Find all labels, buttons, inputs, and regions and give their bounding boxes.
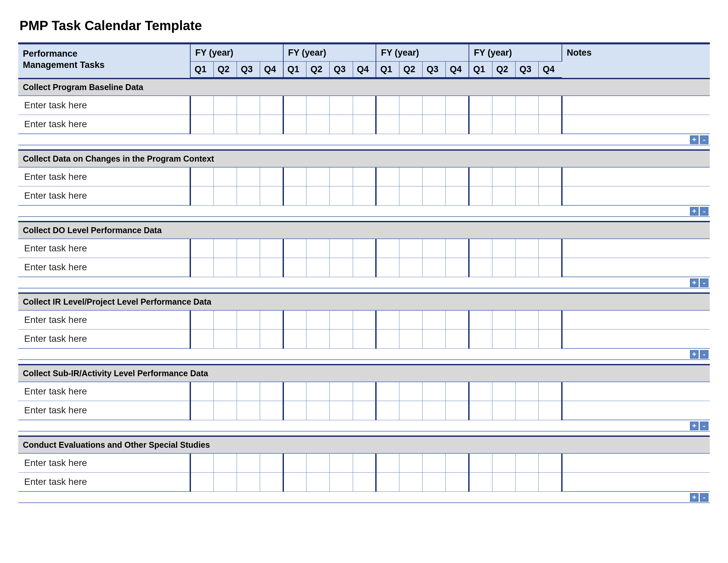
quarter-cell[interactable] (376, 186, 399, 206)
quarter-cell[interactable] (399, 239, 422, 258)
quarter-cell[interactable] (446, 96, 469, 115)
quarter-cell[interactable] (492, 330, 515, 349)
quarter-cell[interactable] (423, 96, 446, 115)
quarter-cell[interactable] (330, 330, 353, 349)
notes-cell[interactable] (562, 186, 710, 206)
quarter-cell[interactable] (423, 239, 446, 258)
quarter-cell[interactable] (376, 167, 399, 186)
quarter-cell[interactable] (515, 239, 538, 258)
quarter-cell[interactable] (538, 96, 562, 115)
quarter-cell[interactable] (330, 115, 353, 134)
quarter-cell[interactable] (538, 382, 562, 401)
quarter-cell[interactable] (538, 330, 562, 349)
quarter-cell[interactable] (283, 382, 306, 401)
quarter-cell[interactable] (376, 239, 399, 258)
quarter-cell[interactable] (260, 330, 283, 349)
quarter-cell[interactable] (399, 330, 422, 349)
quarter-cell[interactable] (469, 330, 492, 349)
quarter-cell[interactable] (237, 115, 260, 134)
quarter-cell[interactable] (283, 454, 306, 473)
quarter-cell[interactable] (376, 96, 399, 115)
quarter-cell[interactable] (423, 382, 446, 401)
quarter-cell[interactable] (399, 382, 422, 401)
quarter-cell[interactable] (399, 473, 422, 492)
quarter-cell[interactable] (492, 401, 515, 420)
quarter-cell[interactable] (190, 115, 213, 134)
quarter-cell[interactable] (423, 186, 446, 206)
quarter-cell[interactable] (353, 239, 376, 258)
quarter-cell[interactable] (538, 115, 562, 134)
quarter-cell[interactable] (213, 382, 237, 401)
quarter-cell[interactable] (306, 167, 330, 186)
quarter-cell[interactable] (399, 186, 422, 206)
quarter-cell[interactable] (446, 330, 469, 349)
quarter-cell[interactable] (492, 454, 515, 473)
quarter-cell[interactable] (515, 186, 538, 206)
quarter-cell[interactable] (469, 186, 492, 206)
quarter-cell[interactable] (190, 239, 213, 258)
quarter-cell[interactable] (260, 454, 283, 473)
quarter-cell[interactable] (538, 186, 562, 206)
quarter-cell[interactable] (330, 382, 353, 401)
quarter-cell[interactable] (399, 167, 422, 186)
quarter-cell[interactable] (190, 311, 213, 330)
quarter-cell[interactable] (399, 401, 422, 420)
quarter-cell[interactable] (283, 311, 306, 330)
add-row-button[interactable]: + (690, 135, 699, 144)
quarter-cell[interactable] (213, 96, 237, 115)
quarter-cell[interactable] (306, 96, 330, 115)
quarter-cell[interactable] (492, 186, 515, 206)
quarter-cell[interactable] (423, 258, 446, 277)
remove-row-button[interactable]: - (700, 207, 708, 215)
quarter-cell[interactable] (446, 239, 469, 258)
notes-cell[interactable] (562, 473, 710, 492)
quarter-cell[interactable] (446, 311, 469, 330)
remove-row-button[interactable]: - (700, 135, 708, 144)
task-row[interactable]: Enter task here (18, 167, 710, 186)
quarter-cell[interactable] (306, 382, 330, 401)
quarter-cell[interactable] (190, 401, 213, 420)
task-text[interactable]: Enter task here (18, 401, 190, 420)
notes-cell[interactable] (562, 239, 710, 258)
quarter-cell[interactable] (423, 330, 446, 349)
quarter-cell[interactable] (306, 401, 330, 420)
task-text[interactable]: Enter task here (18, 330, 190, 349)
quarter-cell[interactable] (237, 239, 260, 258)
quarter-cell[interactable] (515, 311, 538, 330)
quarter-cell[interactable] (376, 454, 399, 473)
quarter-cell[interactable] (213, 115, 237, 134)
quarter-cell[interactable] (237, 311, 260, 330)
task-row[interactable]: Enter task here (18, 330, 710, 349)
quarter-cell[interactable] (469, 473, 492, 492)
quarter-cell[interactable] (330, 96, 353, 115)
quarter-cell[interactable] (306, 330, 330, 349)
quarter-cell[interactable] (190, 382, 213, 401)
add-row-button[interactable]: + (690, 278, 699, 287)
quarter-cell[interactable] (469, 311, 492, 330)
quarter-cell[interactable] (376, 401, 399, 420)
quarter-cell[interactable] (213, 330, 237, 349)
task-text[interactable]: Enter task here (18, 454, 190, 473)
quarter-cell[interactable] (260, 401, 283, 420)
quarter-cell[interactable] (446, 258, 469, 277)
quarter-cell[interactable] (330, 473, 353, 492)
quarter-cell[interactable] (260, 258, 283, 277)
quarter-cell[interactable] (538, 473, 562, 492)
quarter-cell[interactable] (260, 239, 283, 258)
quarter-cell[interactable] (190, 96, 213, 115)
quarter-cell[interactable] (353, 115, 376, 134)
quarter-cell[interactable] (260, 96, 283, 115)
notes-cell[interactable] (562, 115, 710, 134)
quarter-cell[interactable] (423, 311, 446, 330)
quarter-cell[interactable] (306, 186, 330, 206)
quarter-cell[interactable] (330, 311, 353, 330)
notes-cell[interactable] (562, 401, 710, 420)
remove-row-button[interactable]: - (700, 350, 708, 359)
quarter-cell[interactable] (376, 115, 399, 134)
quarter-cell[interactable] (353, 382, 376, 401)
quarter-cell[interactable] (237, 473, 260, 492)
quarter-cell[interactable] (283, 167, 306, 186)
quarter-cell[interactable] (469, 258, 492, 277)
task-row[interactable]: Enter task here (18, 382, 710, 401)
quarter-cell[interactable] (469, 454, 492, 473)
